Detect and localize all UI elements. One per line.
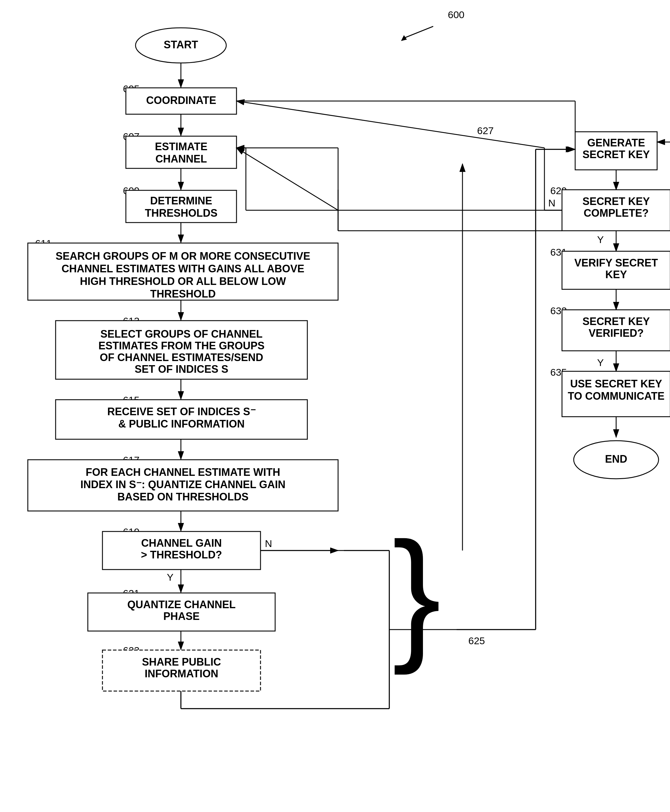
629-n-label: N bbox=[548, 197, 555, 209]
node-613-label-2: ESTIMATES FROM THE GROUPS bbox=[98, 340, 264, 352]
node-633-label-1: SECRET KEY bbox=[582, 315, 650, 327]
node-635-label-2: TO COMMUNICATE bbox=[568, 390, 665, 402]
node-623-label-2: INFORMATION bbox=[145, 668, 218, 680]
node-617-label-1: FOR EACH CHANNEL ESTIMATE WITH bbox=[86, 466, 281, 478]
brace-625: } bbox=[392, 512, 441, 676]
node-609-label-2: THRESHOLDS bbox=[145, 207, 217, 219]
node-631-label-1: VERIFY SECRET bbox=[574, 257, 658, 269]
svg-marker-3 bbox=[401, 35, 407, 41]
619-y-label: Y bbox=[167, 571, 174, 583]
node-627-label-2: SECRET KEY bbox=[582, 149, 650, 161]
node-615-label-1: RECEIVE SET OF INDICES S⁻ bbox=[107, 405, 255, 417]
node-619-label-1: CHANNEL GAIN bbox=[141, 537, 222, 549]
svg-line-72 bbox=[237, 148, 338, 210]
node-617-label-2: INDEX IN S⁻: QUANTIZE CHANNEL GAIN bbox=[81, 478, 285, 490]
svg-line-2 bbox=[404, 26, 433, 38]
node-619-label-2: > THRESHOLD? bbox=[141, 549, 222, 561]
ref-625: 625 bbox=[468, 635, 485, 646]
node-621-label-2: PHASE bbox=[163, 610, 200, 622]
node-615-label-2: & PUBLIC INFORMATION bbox=[118, 418, 244, 430]
node-611-label-4: THRESHOLD bbox=[150, 288, 216, 300]
end-label: END bbox=[605, 453, 627, 465]
node-629-label-2: COMPLETE? bbox=[584, 207, 649, 219]
node-631-label-2: KEY bbox=[605, 268, 627, 281]
ref-627: 627 bbox=[477, 125, 494, 136]
node-633-label-2: VERIFIED? bbox=[589, 327, 644, 339]
633-y-label: Y bbox=[597, 357, 604, 368]
node-617-label-3: BASED ON THRESHOLDS bbox=[117, 491, 249, 503]
node-635-label-1: USE SECRET KEY bbox=[570, 378, 662, 390]
node-613-label-3: OF CHANNEL ESTIMATES/SEND bbox=[100, 351, 264, 363]
ref-600: 600 bbox=[448, 9, 465, 20]
node-611-label-3: HIGH THRESHOLD OR ALL BELOW LOW bbox=[80, 275, 286, 287]
node-613-label-4: SET OF INDICES S bbox=[135, 363, 228, 375]
node-605-label: COORDINATE bbox=[146, 94, 216, 106]
619-n-label: N bbox=[265, 538, 272, 549]
node-613-label-1: SELECT GROUPS OF CHANNEL bbox=[100, 328, 262, 340]
node-607-label-2: CHANNEL bbox=[156, 153, 207, 165]
629-y-label: Y bbox=[597, 234, 604, 245]
node-621-label-1: QUANTIZE CHANNEL bbox=[127, 598, 236, 610]
node-611-label-2: CHANNEL ESTIMATES WITH GAINS ALL ABOVE bbox=[61, 263, 304, 275]
node-629-label-1: SECRET KEY bbox=[582, 195, 650, 207]
flowchart-diagram: 600 START 605 COORDINATE 607 ESTIMATE CH… bbox=[0, 0, 670, 812]
svg-line-46 bbox=[237, 101, 545, 148]
node-607-label-1: ESTIMATE bbox=[155, 141, 207, 153]
node-623-label-1: SHARE PUBLIC bbox=[142, 656, 221, 668]
node-627-label-1: GENERATE bbox=[587, 137, 645, 149]
node-611-label-1: SEARCH GROUPS OF M OR MORE CONSECUTIVE bbox=[56, 250, 310, 262]
start-label: START bbox=[164, 39, 198, 51]
node-609-label-1: DETERMINE bbox=[150, 195, 212, 207]
